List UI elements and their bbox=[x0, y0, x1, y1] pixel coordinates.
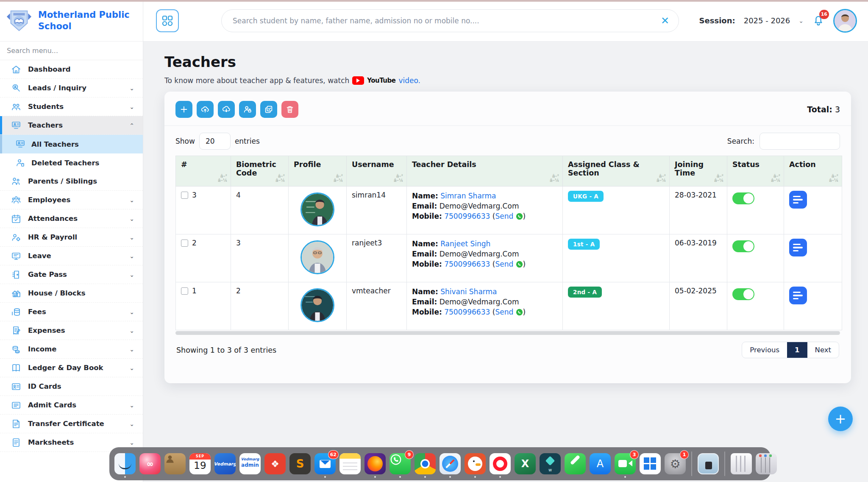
dock-vedmarg-admin-app[interactable]: Vedmargadmin bbox=[239, 453, 261, 474]
add-teacher-button[interactable] bbox=[175, 101, 192, 118]
teacher-mobile-link[interactable]: 7500996633 bbox=[444, 212, 490, 220]
whatsapp-icon[interactable] bbox=[516, 261, 523, 268]
teacher-mobile-link[interactable]: 7500996633 bbox=[444, 308, 490, 316]
sidebar-item-expenses[interactable]: Expenses ⌄ bbox=[0, 321, 143, 340]
sidebar-item-house-blocks[interactable]: House / Blocks bbox=[0, 284, 143, 303]
dock-safari[interactable] bbox=[440, 453, 461, 474]
dock-firefox[interactable] bbox=[364, 453, 386, 474]
dock-app-store[interactable]: A bbox=[590, 453, 611, 474]
chevron-down-icon[interactable]: ⌄ bbox=[798, 17, 804, 24]
upload-button[interactable] bbox=[197, 101, 214, 118]
clear-search-icon[interactable]: ✕ bbox=[661, 16, 669, 26]
video-link[interactable]: video. bbox=[398, 76, 420, 85]
sidebar-item-employees[interactable]: Employees ⌄ bbox=[0, 191, 143, 209]
row-actions-button[interactable] bbox=[789, 191, 807, 209]
column-header-teacher-details[interactable]: Teacher Detailsâ–²â–¼ bbox=[407, 156, 563, 187]
brand[interactable]: Motherland Public School bbox=[0, 0, 143, 42]
dock-notes[interactable] bbox=[339, 453, 361, 474]
dock-mail[interactable]: 62 bbox=[314, 453, 336, 474]
dock-whatsapp[interactable]: 9 bbox=[389, 453, 411, 474]
download-button[interactable] bbox=[218, 101, 235, 118]
dock-calendar[interactable]: SEP19 bbox=[189, 453, 211, 474]
column-header-biometric[interactable]: Biometric Codeâ–²â–¼ bbox=[231, 156, 289, 187]
teacher-photo[interactable] bbox=[300, 240, 334, 274]
teacher-mobile-link[interactable]: 7500996633 bbox=[444, 260, 490, 268]
column-header-index[interactable]: #â–²â–¼ bbox=[176, 156, 231, 187]
page-size-input[interactable] bbox=[199, 133, 231, 150]
next-page-button[interactable]: Next bbox=[807, 342, 839, 358]
row-actions-button[interactable] bbox=[789, 287, 807, 304]
teacher-name-link[interactable]: Simran Sharma bbox=[440, 192, 496, 200]
teacher-name-link[interactable]: Ranjeet Singh bbox=[440, 240, 490, 248]
dock-trash[interactable] bbox=[756, 453, 777, 474]
column-header-username[interactable]: Usernameâ–²â–¼ bbox=[347, 156, 407, 187]
sidebar-item-leads-inquiry[interactable]: Leads / Inquiry ⌄ bbox=[0, 79, 143, 98]
status-toggle[interactable] bbox=[732, 288, 754, 300]
dock-duckduckgo[interactable] bbox=[465, 453, 486, 474]
horizontal-scrollbar[interactable] bbox=[175, 331, 840, 335]
session-value[interactable]: 2025 - 2026 bbox=[744, 16, 790, 25]
row-checkbox[interactable] bbox=[181, 192, 188, 199]
delete-button[interactable] bbox=[281, 101, 298, 118]
dock-sublime-text[interactable]: S bbox=[289, 453, 311, 474]
sidebar-item-attendances[interactable]: Attendances ⌄ bbox=[0, 209, 143, 228]
sidebar-item-dashboard[interactable]: Dashboard bbox=[0, 60, 143, 79]
dock-preview-thumbnail[interactable] bbox=[698, 453, 719, 474]
send-whatsapp-link[interactable]: Send bbox=[495, 260, 513, 268]
row-checkbox[interactable] bbox=[181, 240, 188, 247]
sidebar-item-students[interactable]: Students ⌄ bbox=[0, 98, 143, 116]
previous-page-button[interactable]: Previous bbox=[742, 342, 787, 358]
sidebar-search[interactable] bbox=[0, 42, 143, 60]
teacher-photo[interactable] bbox=[300, 192, 334, 226]
sidebar-item-teachers[interactable]: Teachers ⌃ bbox=[0, 116, 143, 135]
floating-add-button[interactable]: + bbox=[828, 407, 853, 431]
sidebar-item-hr-payroll[interactable]: HR & Payroll ⌄ bbox=[0, 228, 143, 247]
sidebar-item-admit-cards[interactable]: Admit Cards ⌄ bbox=[0, 396, 143, 415]
dock-red-diamond-app[interactable]: ❖ bbox=[264, 453, 286, 474]
dock-vedmarg-app[interactable]: Vedmarg bbox=[214, 453, 236, 474]
sidebar-item-fees[interactable]: Fees ⌄ bbox=[0, 303, 143, 321]
current-page-button[interactable]: 1 bbox=[787, 342, 807, 358]
status-toggle[interactable] bbox=[732, 192, 754, 204]
send-whatsapp-link[interactable]: Send bbox=[495, 308, 513, 316]
sidebar-item-transfer-certificate[interactable]: Transfer Certificate ⌄ bbox=[0, 415, 143, 433]
teacher-permissions-button[interactable] bbox=[239, 101, 256, 118]
column-header-class-section[interactable]: Assigned Class & Sectionâ–²â–¼ bbox=[563, 156, 670, 187]
dock-contacts[interactable] bbox=[164, 453, 186, 474]
dock-minimized-window[interactable] bbox=[731, 453, 752, 474]
column-header-profile[interactable]: Profileâ–²â–¼ bbox=[289, 156, 347, 187]
dock-excel[interactable]: X bbox=[515, 453, 536, 474]
row-checkbox[interactable] bbox=[181, 287, 188, 295]
dock-parallels-windows[interactable] bbox=[640, 453, 661, 474]
whatsapp-icon[interactable] bbox=[516, 309, 523, 316]
whatsapp-icon[interactable] bbox=[516, 213, 523, 220]
sidebar-item-ledger-day-book[interactable]: Ledger & Day Book ⌄ bbox=[0, 359, 143, 377]
sidebar-subitem-deleted-teachers[interactable]: Deleted Teachers bbox=[0, 153, 143, 172]
apps-grid-button[interactable] bbox=[156, 9, 179, 32]
sidebar-item-parents-siblings[interactable]: Parents / Siblings bbox=[0, 172, 143, 191]
dock-media-app[interactable]: ∞ bbox=[139, 453, 161, 474]
sidebar-search-input[interactable] bbox=[0, 47, 143, 55]
column-header-status[interactable]: Statusâ–²â–¼ bbox=[727, 156, 784, 187]
sidebar-item-income[interactable]: Income ⌄ bbox=[0, 340, 143, 359]
dock-system-settings[interactable]: 1⚙ bbox=[665, 453, 686, 474]
dock-green-editor-app[interactable] bbox=[565, 453, 586, 474]
dock-finder[interactable] bbox=[114, 453, 136, 474]
teacher-photo[interactable] bbox=[300, 288, 334, 322]
table-search-input[interactable] bbox=[760, 133, 840, 150]
sidebar-subitem-all-teachers[interactable]: All Teachers bbox=[0, 135, 143, 153]
send-whatsapp-link[interactable]: Send bbox=[495, 212, 513, 220]
sidebar-item-id-cards[interactable]: ID Cards bbox=[0, 377, 143, 396]
dock-filmora[interactable]: w bbox=[540, 453, 561, 474]
bulk-select-button[interactable] bbox=[260, 101, 277, 118]
row-actions-button[interactable] bbox=[789, 239, 807, 256]
column-header-joining-time[interactable]: Joining Timeâ–²â–¼ bbox=[670, 156, 727, 187]
user-avatar[interactable] bbox=[833, 9, 857, 33]
teacher-name-link[interactable]: Shivani Sharma bbox=[440, 287, 497, 296]
global-search-input[interactable] bbox=[233, 17, 656, 25]
column-header-action[interactable]: Actionâ–²â–¼ bbox=[784, 156, 842, 187]
sidebar-item-gate-pass[interactable]: Gate Pass ⌄ bbox=[0, 265, 143, 284]
dock-chrome[interactable] bbox=[415, 453, 436, 474]
notifications-button[interactable]: 16 bbox=[812, 14, 825, 28]
status-toggle[interactable] bbox=[732, 240, 754, 252]
